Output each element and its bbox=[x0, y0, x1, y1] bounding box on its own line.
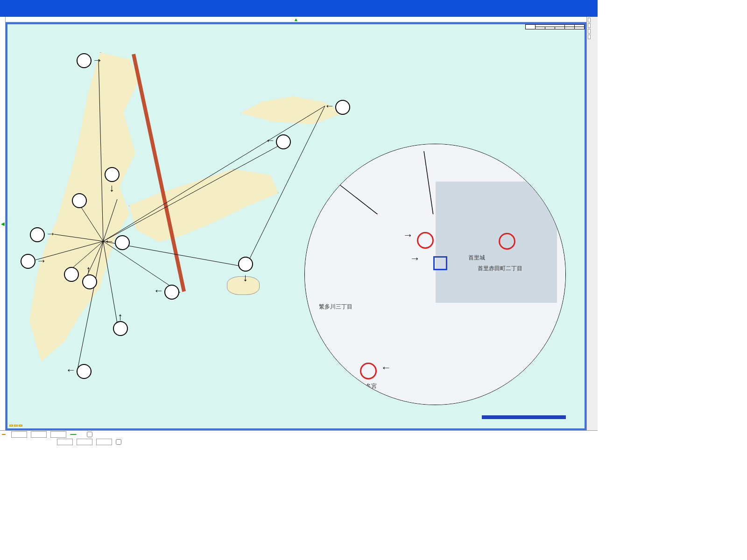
footer-bar bbox=[0, 430, 598, 448]
marker-4 bbox=[82, 274, 97, 289]
map-badges bbox=[9, 425, 22, 427]
marker-12-arrow: ↓ bbox=[109, 182, 114, 194]
badge-kiyaku[interactable] bbox=[14, 425, 18, 427]
marker-11 bbox=[21, 254, 35, 269]
arrow-left-icon[interactable]: ◀ bbox=[1, 221, 5, 226]
marker-10 bbox=[72, 193, 87, 208]
inset-map: → → ← 名宮 繁多川三丁目 首里城 首里赤田町二丁目 bbox=[304, 144, 566, 405]
jump-button[interactable] bbox=[70, 434, 77, 435]
marker-1 bbox=[115, 235, 130, 250]
svg-line-5 bbox=[78, 241, 103, 370]
marker-12 bbox=[105, 167, 120, 182]
map-viewport[interactable]: ← ← ↑ ← ← → → → ↓ ↓ ↑ ← bbox=[6, 22, 586, 430]
lon-sec-input[interactable] bbox=[96, 439, 112, 445]
marker-15-arrow: ↑ bbox=[118, 311, 123, 323]
marker-4-arrow: ↑ bbox=[86, 264, 91, 276]
inset-ring-4 bbox=[360, 363, 377, 379]
main-area: ◀ ▲ bbox=[0, 17, 598, 430]
scale-bar bbox=[482, 415, 566, 419]
tab-gridlines[interactable] bbox=[588, 29, 591, 34]
marker-7-arrow: ← bbox=[66, 364, 76, 376]
svg-line-20 bbox=[424, 151, 440, 214]
badge-coord[interactable] bbox=[2, 434, 6, 435]
pan-left-bar[interactable]: ◀ bbox=[0, 17, 6, 430]
tab-search[interactable] bbox=[588, 18, 591, 22]
th-angle-unit bbox=[565, 27, 575, 29]
marker-9 bbox=[77, 53, 92, 68]
lon-deg-input[interactable] bbox=[57, 439, 73, 445]
svg-line-15 bbox=[440, 172, 445, 214]
svg-line-0 bbox=[99, 59, 103, 241]
marker-6 bbox=[64, 267, 79, 282]
marker-8-arrow: → bbox=[46, 228, 56, 240]
marker-3 bbox=[276, 134, 291, 149]
inset-ring-2 bbox=[417, 232, 434, 249]
svg-line-1 bbox=[103, 141, 288, 241]
marker-5 bbox=[164, 285, 179, 300]
inset-center-box bbox=[433, 256, 447, 270]
lat-min-input[interactable] bbox=[31, 431, 47, 438]
th-err-unit bbox=[575, 27, 585, 29]
marker-7 bbox=[77, 364, 92, 379]
th-end bbox=[555, 27, 565, 29]
marker-16-arrow: ← bbox=[324, 100, 335, 112]
inset-ring-14 bbox=[499, 233, 515, 250]
tab-draw[interactable] bbox=[588, 23, 591, 28]
noredraw-check[interactable] bbox=[87, 432, 92, 437]
marker-13-arrow: ↓ bbox=[243, 272, 248, 284]
marker-13 bbox=[238, 257, 253, 272]
autofollow-check[interactable] bbox=[116, 439, 121, 445]
svg-line-6 bbox=[54, 234, 103, 241]
marker-5-arrow: ← bbox=[154, 285, 164, 297]
badge-denshi[interactable] bbox=[9, 425, 13, 427]
marker-3-arrow: ← bbox=[265, 134, 275, 147]
lat-sec-input[interactable] bbox=[50, 431, 66, 438]
angle-table bbox=[525, 24, 585, 29]
marker-11-arrow: → bbox=[36, 255, 47, 267]
marker-8 bbox=[30, 227, 45, 242]
th-via bbox=[545, 27, 555, 29]
marker-1-arrow: ← bbox=[104, 235, 114, 247]
arrow-up-icon[interactable]: ▲ bbox=[294, 17, 298, 22]
tab-mapswitch[interactable] bbox=[588, 35, 591, 39]
header-bar bbox=[0, 0, 598, 17]
side-tabs bbox=[586, 17, 598, 430]
pan-top-bar[interactable]: ▲ bbox=[6, 17, 586, 22]
lon-min-input[interactable] bbox=[77, 439, 92, 445]
svg-line-10 bbox=[103, 241, 117, 323]
th-num bbox=[526, 25, 536, 29]
marker-16 bbox=[335, 100, 350, 115]
th-start bbox=[536, 27, 545, 29]
marker-9-arrow: → bbox=[92, 54, 103, 66]
badge-data[interactable] bbox=[19, 425, 22, 427]
marker-15 bbox=[113, 321, 128, 336]
lat-deg-input[interactable] bbox=[11, 431, 27, 438]
